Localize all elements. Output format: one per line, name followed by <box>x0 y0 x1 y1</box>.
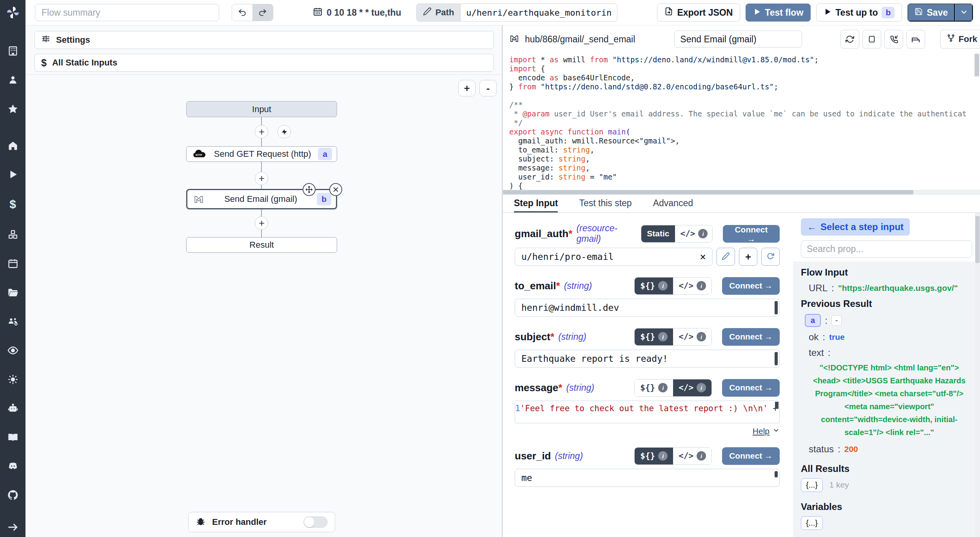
gmail-auth-input[interactable]: u/henri/pro-email × <box>515 248 713 266</box>
flow-settings-bar[interactable]: Settings <box>34 31 494 49</box>
subject-input[interactable]: Earthquake report is ready! <box>515 350 780 368</box>
hub-script-path[interactable]: hub/868/gmail/_send_email <box>525 34 635 45</box>
fork-button[interactable]: Fork <box>940 30 980 49</box>
code-editor[interactable]: import * as wmill from "https://deno.lan… <box>503 53 980 195</box>
insert-step-button[interactable] <box>255 125 268 138</box>
export-json-button[interactable]: Export JSON <box>657 4 740 22</box>
error-handler-toggle[interactable] <box>303 516 328 528</box>
all-results-object-chip[interactable]: {...} <box>801 478 823 492</box>
node-input[interactable]: Input <box>186 101 337 117</box>
edit-resource-button[interactable] <box>717 248 735 266</box>
help-link[interactable]: Help <box>753 426 769 436</box>
flow-path-value[interactable]: u/henri/earthquake_monitorin <box>460 4 617 22</box>
move-step-icon[interactable] <box>303 183 316 196</box>
result-ok-row[interactable]: ok : true <box>809 332 972 343</box>
test-flow-button[interactable]: Test flow <box>746 4 811 22</box>
folders-icon[interactable] <box>7 287 18 298</box>
workspace-icon[interactable] <box>7 45 18 56</box>
redo-button[interactable] <box>252 4 273 21</box>
colon: : <box>822 332 825 343</box>
undo-button[interactable] <box>232 4 252 21</box>
groups-icon[interactable] <box>7 316 19 327</box>
ai-bot-icon[interactable] <box>7 403 19 414</box>
panel-vertical-scrollbar[interactable] <box>975 213 980 537</box>
connect-button[interactable]: Connect → <box>722 379 780 397</box>
runs-play-icon[interactable] <box>8 169 18 180</box>
refresh-resource-button[interactable] <box>761 248 780 266</box>
code-mode-button[interactable]: </>i <box>675 225 713 242</box>
code-horizontal-scrollbar[interactable] <box>503 190 980 195</box>
sync-icon[interactable] <box>840 30 859 49</box>
resources-boxes-icon[interactable] <box>7 229 18 240</box>
bed-icon[interactable] <box>906 30 925 49</box>
schedule-summary[interactable]: 0 10 18 * * tue,thu <box>313 7 401 19</box>
info-icon: i <box>658 451 668 461</box>
edit-path-button[interactable]: Path <box>416 4 461 22</box>
node-http-step[interactable]: HTTP Send GET Request (http) a <box>186 146 337 162</box>
insert-step-button[interactable] <box>255 172 268 185</box>
static-mode-button[interactable]: Static <box>641 225 675 242</box>
collapse-button[interactable]: - <box>831 315 842 326</box>
schedules-calendar-icon[interactable] <box>7 258 18 269</box>
audit-eye-icon[interactable] <box>7 345 19 356</box>
node-result[interactable]: Result <box>186 237 337 253</box>
insert-step-button[interactable] <box>255 216 268 230</box>
select-step-input-button[interactable]: ← Select a step input <box>801 218 910 236</box>
collapse-arrow-icon[interactable] <box>7 522 18 533</box>
connect-button[interactable]: Connect → <box>722 277 780 295</box>
chevron-down-icon[interactable] <box>773 426 780 436</box>
user-icon[interactable] <box>7 74 18 85</box>
code-mode-button[interactable]: </>i <box>673 278 711 294</box>
error-handler-bar[interactable]: Error handler <box>188 512 335 532</box>
connect-button[interactable]: Connect → <box>722 328 780 346</box>
tab-test-this-step[interactable]: Test this step <box>579 195 632 212</box>
flow-input-url-row[interactable]: URL : "https://earthquake.usgs.gov/" <box>809 283 972 294</box>
box-icon[interactable] <box>862 30 881 49</box>
tab-step-input[interactable]: Step Input <box>514 195 558 212</box>
clear-x-icon[interactable]: × <box>700 251 706 263</box>
connect-button[interactable]: Connect → <box>723 225 780 243</box>
delete-step-icon[interactable] <box>329 183 342 196</box>
discord-icon[interactable] <box>7 461 19 471</box>
favorites-star-icon[interactable] <box>7 103 18 114</box>
save-button[interactable]: Save <box>907 4 955 22</box>
zoom-out-button[interactable]: - <box>479 80 497 96</box>
zoom-in-button[interactable]: + <box>458 80 475 96</box>
github-icon[interactable] <box>7 489 19 501</box>
step-a-badge[interactable]: a <box>805 314 821 327</box>
node-gmail-step-selected[interactable]: Send Email (gmail) b <box>186 189 337 209</box>
flow-summary-input[interactable] <box>35 4 219 21</box>
to-email-input[interactable]: henri@windmill.dev <box>515 299 780 317</box>
connect-button[interactable]: Connect → <box>722 447 780 465</box>
docs-book-icon[interactable] <box>7 432 19 443</box>
text-value[interactable]: "<!DOCTYPE html> <html lang="en"> <head>… <box>809 361 970 439</box>
tab-advanced[interactable]: Advanced <box>653 195 693 212</box>
message-expression-editor[interactable]: 1 'Feel free to check out the latest rep… <box>515 401 780 423</box>
trigger-zap-button[interactable] <box>278 125 291 138</box>
result-text-row[interactable]: text : <box>809 347 972 358</box>
flow-canvas[interactable]: + - Input HTTP <box>25 74 502 537</box>
step-summary-input[interactable] <box>674 31 802 48</box>
phone-incoming-icon[interactable] <box>884 30 903 49</box>
static-mode-button[interactable]: ${}i <box>635 379 673 396</box>
home-icon[interactable] <box>7 140 18 151</box>
static-mode-button[interactable]: ${}i <box>635 448 673 464</box>
all-static-inputs-bar[interactable]: $ All Static Inputs <box>34 54 494 72</box>
variables-object-chip[interactable]: {...} <box>801 516 823 530</box>
field-name: user_id <box>515 450 551 462</box>
code-mode-button[interactable]: </>i <box>673 328 711 345</box>
code-mode-button[interactable]: </>i <box>673 379 711 396</box>
static-mode-button[interactable]: ${}i <box>635 328 673 345</box>
code-mode-button[interactable]: </>i <box>673 448 711 464</box>
save-options-button[interactable] <box>955 4 973 22</box>
search-prop-input[interactable] <box>801 240 972 258</box>
windmill-logo[interactable] <box>6 5 20 20</box>
result-status-row[interactable]: status : 200 <box>809 444 972 455</box>
add-resource-button[interactable]: + <box>739 248 757 266</box>
static-mode-button[interactable]: ${}i <box>635 278 673 294</box>
test-up-to-button[interactable]: Test up to b <box>816 4 902 22</box>
settings-gear-icon[interactable] <box>7 374 18 385</box>
user-id-input[interactable]: me <box>515 469 780 487</box>
code-vertical-scrollbar[interactable] <box>975 54 979 76</box>
variables-dollar-icon[interactable]: $ <box>9 198 16 211</box>
